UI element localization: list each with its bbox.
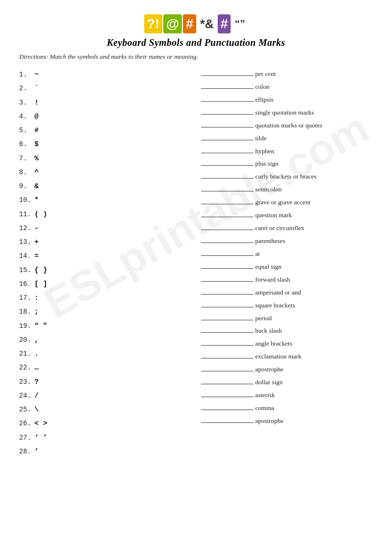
item-number: 2. bbox=[19, 84, 34, 94]
item-symbol: ` bbox=[34, 83, 49, 94]
left-item: 10.* bbox=[19, 195, 191, 206]
right-item: plus sign bbox=[201, 159, 373, 169]
item-number: 27. bbox=[19, 433, 34, 443]
item-number: 26. bbox=[19, 419, 34, 429]
item-number: 19. bbox=[19, 321, 34, 332]
answer-blank bbox=[201, 332, 254, 333]
right-label: caret or circumflex bbox=[255, 223, 305, 233]
right-item: question mark bbox=[201, 211, 373, 221]
item-symbol: / bbox=[34, 390, 49, 401]
item-symbol: . bbox=[34, 348, 49, 359]
left-item: 12.- bbox=[19, 223, 191, 234]
left-item: 26.< > bbox=[19, 418, 191, 429]
answer-blank bbox=[201, 217, 254, 217]
answer-blank bbox=[201, 281, 254, 282]
item-symbol: ; bbox=[34, 306, 49, 317]
item-symbol: # bbox=[34, 125, 49, 136]
item-number: 23. bbox=[19, 377, 34, 388]
item-number: 10. bbox=[19, 195, 34, 206]
right-item: tilde bbox=[201, 134, 373, 144]
answer-blank bbox=[201, 410, 254, 410]
icon-question: ?! bbox=[144, 14, 162, 33]
right-label: question mark bbox=[255, 211, 292, 221]
left-item: 11.( ) bbox=[19, 209, 191, 220]
item-symbol: ‘ ’ bbox=[34, 432, 49, 443]
item-symbol: = bbox=[34, 251, 49, 262]
right-item: grave or grave accent bbox=[201, 198, 373, 208]
left-item: 6.$ bbox=[19, 139, 191, 150]
left-item: 27.‘ ’ bbox=[19, 432, 191, 443]
left-item: 16.[ ] bbox=[19, 279, 191, 290]
item-symbol: + bbox=[34, 237, 49, 248]
item-symbol: @ bbox=[34, 111, 49, 122]
left-item: 22.… bbox=[19, 362, 191, 373]
item-symbol: ( ) bbox=[34, 209, 49, 220]
answer-blank bbox=[201, 165, 254, 166]
item-number: 7. bbox=[19, 154, 34, 164]
item-number: 22. bbox=[19, 363, 34, 373]
answer-blank bbox=[201, 88, 254, 89]
item-number: 1. bbox=[19, 70, 34, 80]
answer-blank bbox=[201, 294, 254, 295]
right-item: dollar sign bbox=[201, 378, 373, 388]
right-label: colon bbox=[255, 82, 270, 92]
right-item: asterisk bbox=[201, 390, 373, 400]
left-item: 24./ bbox=[19, 390, 191, 401]
left-item: 18.; bbox=[19, 306, 191, 317]
answer-blank bbox=[201, 75, 254, 76]
icon-quotes: “” bbox=[232, 16, 248, 32]
right-label: exclamation mark bbox=[255, 352, 302, 362]
item-number: 13. bbox=[19, 237, 34, 248]
right-item: angle brackets bbox=[201, 339, 373, 349]
left-item: 21.. bbox=[19, 348, 191, 359]
answer-blank bbox=[201, 204, 254, 204]
right-column: per centcolonellipsissingle quotation ma… bbox=[196, 69, 373, 460]
answer-blank bbox=[201, 114, 254, 115]
answer-blank bbox=[201, 140, 254, 140]
icon-hash-orange: # bbox=[183, 14, 196, 33]
item-number: 21. bbox=[19, 349, 34, 359]
item-symbol: ~ bbox=[34, 69, 49, 80]
right-label: quotation marks or quotes bbox=[255, 121, 323, 131]
item-symbol: ? bbox=[34, 377, 49, 388]
right-item: exclamation mark bbox=[201, 352, 373, 362]
left-item: 23.? bbox=[19, 377, 191, 388]
item-number: 9. bbox=[19, 181, 34, 192]
left-item: 8.^ bbox=[19, 167, 191, 178]
item-symbol: < > bbox=[34, 418, 49, 429]
right-item: equal sign bbox=[201, 262, 373, 272]
answer-blank bbox=[201, 371, 254, 371]
right-item: square brackets bbox=[201, 301, 373, 311]
item-number: 24. bbox=[19, 391, 34, 401]
item-number: 17. bbox=[19, 293, 34, 304]
item-number: 6. bbox=[19, 139, 34, 150]
answer-blank bbox=[201, 320, 254, 320]
right-item: hyphen bbox=[201, 147, 373, 157]
right-label: tilde bbox=[255, 134, 267, 144]
right-item: quotation marks or quotes bbox=[201, 121, 373, 131]
item-number: 25. bbox=[19, 405, 34, 415]
item-number: 3. bbox=[19, 98, 34, 108]
left-item: 17.: bbox=[19, 293, 191, 304]
answer-blank bbox=[201, 178, 254, 179]
item-symbol: “ ” bbox=[34, 321, 49, 332]
item-number: 12. bbox=[19, 223, 34, 234]
right-item: parentheses bbox=[201, 236, 373, 246]
answer-blank bbox=[201, 242, 254, 243]
answer-blank bbox=[201, 345, 254, 346]
left-item: 9.& bbox=[19, 181, 191, 192]
answer-blank bbox=[201, 255, 254, 256]
right-item: single quotation marks bbox=[201, 108, 373, 118]
right-item: caret or circumflex bbox=[201, 223, 373, 233]
right-label: plus sign bbox=[255, 159, 278, 169]
item-number: 16. bbox=[19, 279, 34, 290]
item-number: 4. bbox=[19, 112, 34, 122]
item-symbol: & bbox=[34, 181, 49, 192]
left-item: 5.# bbox=[19, 125, 191, 136]
right-label: comma bbox=[255, 403, 275, 413]
right-label: period bbox=[255, 314, 272, 324]
left-item: 4.@ bbox=[19, 111, 191, 122]
right-item: apostrophe bbox=[201, 416, 373, 426]
answer-blank bbox=[201, 307, 254, 307]
right-label: ampersand or and bbox=[255, 288, 301, 298]
